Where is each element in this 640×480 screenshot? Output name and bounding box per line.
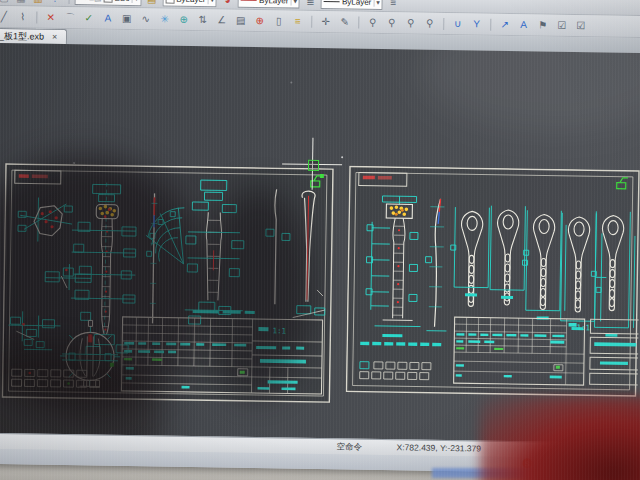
color-value: ByLayer [176,0,205,4]
tool-line-icon[interactable]: ╱ [0,8,12,24]
dust-speck [341,156,343,158]
tool-angle-icon[interactable]: ∠ [213,12,230,28]
tool-snap-icon[interactable]: ∪ [449,15,466,31]
tool-spline-icon[interactable]: ✓ [80,10,97,26]
tool-flip-icon[interactable]: ↗ [496,16,513,32]
document-tab[interactable]: 件_板1型.exb × [0,28,67,44]
document-tab-title: 件_板1型.exb [0,29,44,43]
linetype-value: ByLayer [259,0,288,5]
lineweight-manager-icon[interactable]: ≡ [385,0,402,11]
printer-icon[interactable]: ▤ [94,0,102,3]
tool-spray-icon[interactable]: ✳ [156,11,173,27]
layer-name: EB0 [115,0,130,3]
current-color-swatch [165,0,174,4]
tool-layers-icon[interactable]: ≡ [289,13,306,29]
tool-node-icon[interactable]: Y [468,16,485,32]
right-scale-value: 1:1 [576,323,590,332]
tool-check1-icon[interactable]: ☑ [553,17,570,33]
toolbar-separator [69,0,70,4]
glare [420,43,640,134]
tool-polyline-icon[interactable]: ⌇ [14,9,31,25]
lineweight-dropdown[interactable]: ByLayer ▾ [321,0,383,10]
chevron-down-icon[interactable]: ▾ [132,0,139,3]
toolbar-separator [490,18,491,30]
tool-zoom-window-icon[interactable]: ⚲ [402,15,419,31]
chevron-down-icon[interactable]: ▾ [290,0,297,5]
drawing-canvas[interactable]: 1:1 [0,43,640,443]
tool-annotate-icon[interactable]: A [515,17,532,33]
finger-reflection [480,396,640,480]
left-scale-value: 1:1 [272,326,286,335]
toolbar-separator [311,15,312,27]
tool-trim-icon[interactable]: ✕ [42,9,59,25]
tool-centermark-icon[interactable]: ⊕ [251,12,268,28]
tool-globe-icon[interactable]: ⊕ [175,11,192,27]
monitor-photo: ▢▦▥? ●✶◘▤ EB0 ▾ ▤ ByLayer ▾ ◕ ByLayer ▾ … [0,0,640,480]
color-dropdown[interactable]: ByLayer ▾ [162,0,217,7]
linetype-manager-icon[interactable]: ≣ [302,0,319,9]
tool-flag-icon[interactable]: ⚑ [534,17,551,33]
dust-speck [73,162,75,164]
layer-dropdown[interactable]: ●✶◘▤ EB0 ▾ [75,0,142,6]
cursor-coordinates: X:782.439, Y:-231.379 [397,442,482,453]
layer-color-swatch [104,0,113,3]
chevron-down-icon[interactable]: ▾ [208,0,215,4]
tool-swap-icon[interactable]: ⇅ [194,11,211,27]
tool-pan-icon[interactable]: ✛ [317,13,334,29]
tool-zoom-in-icon[interactable]: ⚲ [364,14,381,30]
tool-fillet-icon[interactable]: ⌒ [61,9,78,25]
lineweight-value: ByLayer [342,0,371,7]
tool-table-icon[interactable]: ▤ [232,12,249,28]
layer-state-icons: ●✶◘▤ [78,0,102,3]
right-drawing-sheet[interactable]: 1:1 [345,165,640,398]
tool-raster-icon[interactable]: ▣ [118,10,135,26]
dust-speck [290,82,292,84]
close-icon[interactable]: × [50,32,59,42]
linetype-dropdown[interactable]: ByLayer ▾ [238,0,300,9]
left-drawing-sheet[interactable]: 1:1 [1,163,335,404]
toolbar-separator [36,11,37,23]
pickbox [307,159,318,170]
toolbar-separator [443,17,444,29]
linetype-preview [241,0,257,1]
tool-zoom-prev-icon[interactable]: ⚲ [421,15,438,31]
lineweight-preview [324,1,340,2]
tool-lasso-icon[interactable]: ✎ [336,14,353,30]
command-status: 空命令 [337,441,363,453]
color-wheel-icon[interactable]: ◕ [219,0,236,8]
tool-check2-icon[interactable]: ☑ [572,17,589,33]
toolbar-separator [358,16,359,28]
chevron-down-icon[interactable]: ▾ [373,0,380,6]
tool-text-icon[interactable]: A [99,10,116,26]
tool-sheet-icon[interactable]: ▯ [270,13,287,29]
tool-curve-icon[interactable]: ∿ [137,11,154,27]
tool-zoom-out-icon[interactable]: ⚲ [383,14,400,30]
layer-manager-icon[interactable]: ▤ [143,0,160,7]
